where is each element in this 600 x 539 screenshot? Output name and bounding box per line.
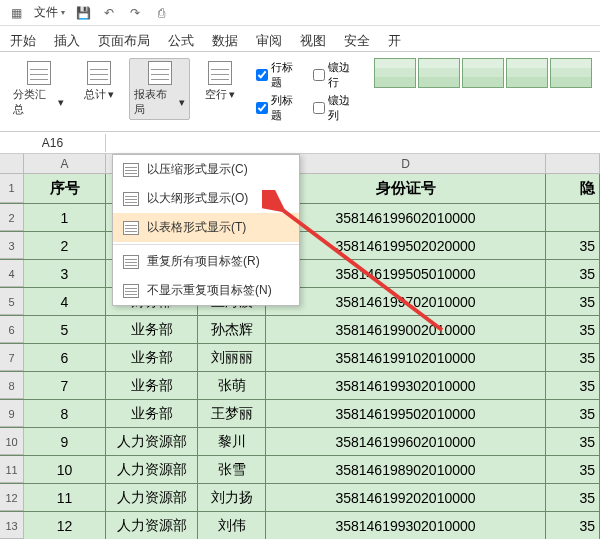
cell-name[interactable]: 张萌 <box>198 372 266 399</box>
cell-id[interactable]: 358146198902010000 <box>266 456 546 483</box>
row-number[interactable]: 6 <box>0 316 24 343</box>
cell-id[interactable]: 358146199502020000 <box>266 232 546 259</box>
cell-name[interactable]: 刘力扬 <box>198 484 266 511</box>
cell-id[interactable]: 358146199002010000 <box>266 316 546 343</box>
total-button[interactable]: 总计▾ <box>77 58 121 105</box>
cell-dept[interactable]: 人力资源部 <box>106 512 198 539</box>
cell-hide[interactable]: 35 <box>546 288 600 315</box>
menu-tabular-form[interactable]: 以表格形式显示(T) <box>113 213 299 242</box>
cell-seq[interactable]: 7 <box>24 372 106 399</box>
cell-id[interactable]: 358146199102010000 <box>266 344 546 371</box>
row-number[interactable]: 4 <box>0 260 24 287</box>
cell-dept[interactable]: 人力资源部 <box>106 428 198 455</box>
cell-id[interactable]: 358146199602010000 <box>266 428 546 455</box>
menu-outline-form[interactable]: 以大纲形式显示(O) <box>113 184 299 213</box>
tab-formula[interactable]: 公式 <box>168 30 194 52</box>
cell-dept[interactable]: 业务部 <box>106 372 198 399</box>
cell-dept[interactable]: 业务部 <box>106 400 198 427</box>
cell-seq[interactable]: 2 <box>24 232 106 259</box>
chk-banded-row[interactable]: 镶边行 <box>313 60 360 90</box>
subtotal-button[interactable]: 分类汇总▾ <box>8 58 69 120</box>
style-thumb[interactable] <box>550 58 592 88</box>
style-thumb[interactable] <box>374 58 416 88</box>
row-number[interactable]: 3 <box>0 232 24 259</box>
col-header-d[interactable]: D <box>266 154 546 173</box>
style-thumb[interactable] <box>462 58 504 88</box>
cell-id[interactable]: 358146199505010000 <box>266 260 546 287</box>
cell-hide[interactable]: 35 <box>546 232 600 259</box>
row-number[interactable]: 12 <box>0 484 24 511</box>
name-box[interactable]: A16 <box>0 134 106 152</box>
cell-id[interactable]: 358146199602010000 <box>266 204 546 231</box>
undo-icon[interactable]: ↶ <box>101 5 117 21</box>
cell-name[interactable]: 刘丽丽 <box>198 344 266 371</box>
print-icon[interactable]: ⎙ <box>153 5 169 21</box>
cell-seq[interactable]: 11 <box>24 484 106 511</box>
cell-id[interactable]: 358146199502010000 <box>266 400 546 427</box>
redo-icon[interactable]: ↷ <box>127 5 143 21</box>
row-number[interactable]: 9 <box>0 400 24 427</box>
tab-security[interactable]: 安全 <box>344 30 370 52</box>
row-number[interactable]: 7 <box>0 344 24 371</box>
cell-hide[interactable]: 35 <box>546 344 600 371</box>
select-all-corner[interactable] <box>0 154 24 173</box>
table-styles-gallery[interactable] <box>374 58 592 88</box>
blank-row-button[interactable]: 空行▾ <box>198 58 242 105</box>
cell-name[interactable]: 张雪 <box>198 456 266 483</box>
tab-home[interactable]: 开始 <box>10 30 36 52</box>
col-header-a[interactable]: A <box>24 154 106 173</box>
row-number[interactable]: 11 <box>0 456 24 483</box>
file-menu[interactable]: 文件▾ <box>34 4 65 21</box>
tab-more[interactable]: 开 <box>388 30 401 52</box>
cell-hide[interactable]: 35 <box>546 400 600 427</box>
cell-dept[interactable]: 业务部 <box>106 316 198 343</box>
cell-hide[interactable]: 35 <box>546 372 600 399</box>
col-header-e[interactable] <box>546 154 600 173</box>
cell-hide[interactable]: 35 <box>546 512 600 539</box>
hdr-hide[interactable]: 隐 <box>546 174 600 203</box>
row-number[interactable]: 2 <box>0 204 24 231</box>
cell-seq[interactable]: 3 <box>24 260 106 287</box>
cell-name[interactable]: 王梦丽 <box>198 400 266 427</box>
cell-id[interactable]: 358146199202010000 <box>266 484 546 511</box>
report-layout-button[interactable]: 报表布局▾ <box>129 58 190 120</box>
cell-hide[interactable]: 35 <box>546 428 600 455</box>
cell-id[interactable]: 358146199302010000 <box>266 512 546 539</box>
row-number[interactable]: 10 <box>0 428 24 455</box>
cell-name[interactable]: 孙杰辉 <box>198 316 266 343</box>
row-number[interactable]: 1 <box>0 174 24 203</box>
cell-hide[interactable]: 35 <box>546 316 600 343</box>
chk-col-header[interactable]: 列标题 <box>256 93 303 123</box>
chk-banded-col[interactable]: 镶边列 <box>313 93 360 123</box>
style-thumb[interactable] <box>506 58 548 88</box>
row-number[interactable]: 8 <box>0 372 24 399</box>
cell-name[interactable]: 黎川 <box>198 428 266 455</box>
hdr-seq[interactable]: 序号 <box>24 174 106 203</box>
cell-dept[interactable]: 人力资源部 <box>106 484 198 511</box>
menu-compact-form[interactable]: 以压缩形式显示(C) <box>113 155 299 184</box>
style-thumb[interactable] <box>418 58 460 88</box>
cell-id[interactable]: 358146199302010000 <box>266 372 546 399</box>
cell-dept[interactable]: 人力资源部 <box>106 456 198 483</box>
cell-hide[interactable]: 35 <box>546 484 600 511</box>
cell-seq[interactable]: 12 <box>24 512 106 539</box>
cell-seq[interactable]: 10 <box>24 456 106 483</box>
cell-hide[interactable] <box>546 204 600 231</box>
cell-hide[interactable]: 35 <box>546 456 600 483</box>
menu-repeat-labels[interactable]: 重复所有项目标签(R) <box>113 247 299 276</box>
cell-hide[interactable]: 35 <box>546 260 600 287</box>
cell-seq[interactable]: 1 <box>24 204 106 231</box>
tab-review[interactable]: 审阅 <box>256 30 282 52</box>
cell-seq[interactable]: 6 <box>24 344 106 371</box>
tab-data[interactable]: 数据 <box>212 30 238 52</box>
cell-seq[interactable]: 4 <box>24 288 106 315</box>
row-number[interactable]: 13 <box>0 512 24 539</box>
tab-insert[interactable]: 插入 <box>54 30 80 52</box>
cell-seq[interactable]: 8 <box>24 400 106 427</box>
cell-seq[interactable]: 5 <box>24 316 106 343</box>
tab-view[interactable]: 视图 <box>300 30 326 52</box>
save-icon[interactable]: 💾 <box>75 5 91 21</box>
tab-layout[interactable]: 页面布局 <box>98 30 150 52</box>
cell-id[interactable]: 358146199702010000 <box>266 288 546 315</box>
chk-row-header[interactable]: 行标题 <box>256 60 303 90</box>
